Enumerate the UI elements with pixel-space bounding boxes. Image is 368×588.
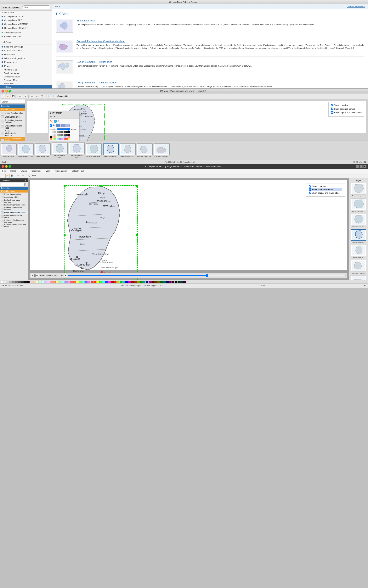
- colorbar-swatch[interactable]: [114, 281, 117, 283]
- pro-lib-england-regions-cities[interactable]: England regions and cities: [0, 203, 28, 207]
- map-title-cornwall[interactable]: Cornwall Parliamentary Constituencies Ma…: [76, 40, 364, 43]
- map-title-de-uk[interactable]: Design Elements — United Kingdom: [76, 81, 364, 84]
- page-prev-btn[interactable]: ◀: [31, 274, 35, 277]
- sidebar-item-food[interactable]: Food and Beverage: [0, 45, 52, 49]
- libraries-expand[interactable]: ≡: [25, 179, 26, 181]
- color-swatch[interactable]: [54, 136, 56, 138]
- tb-save[interactable]: 💾: [11, 94, 15, 99]
- colorbar-swatch[interactable]: [146, 281, 148, 283]
- sidebar-sub-germany[interactable]: Germany Map: [0, 78, 52, 82]
- colorbar-swatch[interactable]: [33, 281, 35, 283]
- page-cornwall[interactable]: Cornwall constis...: [350, 276, 367, 280]
- page-next-btn[interactable]: ▶: [35, 274, 39, 277]
- pro-lib-england-regions-counties[interactable]: England regions and counties: [0, 199, 28, 203]
- colorbar-swatch[interactable]: [99, 281, 102, 283]
- min-button-pro[interactable]: [5, 165, 8, 168]
- page-add-btn[interactable]: +: [64, 274, 67, 277]
- colorbar-swatch[interactable]: [108, 281, 111, 283]
- color-swatch[interactable]: [64, 138, 66, 140]
- page-wales-subdiv[interactable]: Wales subdive...: [350, 245, 367, 259]
- map-title-de-british[interactable]: Design Elements — British Isles: [76, 60, 364, 63]
- page-ni[interactable]: Northern Ireland...: [350, 260, 367, 274]
- colorbar-swatch[interactable]: [85, 281, 88, 283]
- color-swatch[interactable]: [50, 138, 52, 140]
- color-swatch[interactable]: [59, 138, 61, 140]
- color-swatch[interactable]: [54, 138, 56, 140]
- color-swatch[interactable]: [66, 136, 68, 138]
- pro-max-icon[interactable]: [359, 165, 363, 168]
- sidebar-item-management[interactable]: Management: [0, 60, 52, 64]
- sidebar-item-infographics[interactable]: What are Infographics: [0, 56, 52, 60]
- tb-zoom-out[interactable]: 🔍: [52, 94, 56, 99]
- color-swatch[interactable]: [64, 136, 66, 138]
- sidebar-sub-uk[interactable]: UK Map: [0, 85, 52, 89]
- colorbar-swatch[interactable]: [183, 281, 186, 283]
- popup-information[interactable]: ▶ Information: [48, 111, 79, 115]
- gray-swatch[interactable]: [59, 131, 61, 133]
- fill-text-icon[interactable]: A: [58, 120, 59, 123]
- colorbar-swatch[interactable]: [47, 281, 50, 283]
- colorbar-swatch[interactable]: [120, 281, 122, 283]
- pro-lib-wales-sub[interactable]: Wales subdivisions and towns: [0, 214, 28, 219]
- colorbar-swatch[interactable]: [111, 281, 114, 283]
- colorbar-swatch[interactable]: [50, 281, 53, 283]
- colorbar-swatch[interactable]: [59, 281, 61, 283]
- pro-search-input[interactable]: [1, 183, 24, 186]
- editor-canvas[interactable]: Rhyl Holyhead Bangor Wrexham Aberystwyth…: [25, 99, 368, 141]
- film-item-ni[interactable]: Northern Ireland cou...: [137, 144, 153, 157]
- check-updates-button[interactable]: Check for Updates: [1, 6, 21, 9]
- pro-tb-save[interactable]: 💾: [10, 174, 14, 178]
- map-thumb-de-uk[interactable]: [56, 81, 74, 89]
- colorbar-swatch[interactable]: [143, 281, 146, 283]
- color-swatch[interactable]: [59, 136, 61, 138]
- colorbar-swatch[interactable]: [56, 281, 58, 283]
- colorbar-swatch[interactable]: [131, 281, 134, 283]
- maximize-button[interactable]: [9, 90, 11, 92]
- colorbar-swatch[interactable]: [82, 281, 85, 283]
- show-counties-checkbox[interactable]: [331, 104, 333, 106]
- colorbar-swatch[interactable]: [91, 281, 93, 283]
- colorbar-swatch[interactable]: [160, 281, 163, 283]
- pro-lib-wales-counties[interactable]: Wales counties and towns: [0, 211, 28, 214]
- fill-color-swatch3[interactable]: [65, 124, 70, 127]
- menu-view[interactable]: View: [45, 169, 51, 172]
- colorbar-swatch[interactable]: [157, 281, 160, 283]
- color-swatch[interactable]: [59, 134, 61, 136]
- colorbar-swatch[interactable]: [125, 281, 128, 283]
- colorbar-swatch[interactable]: [38, 281, 41, 283]
- pro-lib-uk-cities[interactable]: United Kingdom cities: [0, 192, 28, 196]
- pro-close-icon[interactable]: ✕: [363, 165, 367, 168]
- film-item-channel[interactable]: Channel Islands: [1, 144, 17, 157]
- color-swatch[interactable]: [66, 134, 68, 136]
- pro-canvas[interactable]: Rhyl Holyhead Bangor Wrexham Aberystwyth…: [28, 178, 349, 280]
- menu-file[interactable]: File: [1, 169, 7, 172]
- gray-swatch[interactable]: [52, 131, 54, 133]
- colorbar-swatch[interactable]: [122, 281, 125, 283]
- sidebar-item-graphs[interactable]: Graphs and Charts: [0, 49, 52, 53]
- tb-paste[interactable]: 📋: [40, 94, 44, 99]
- sidebar-search-input[interactable]: [22, 5, 50, 9]
- colorbar-swatch[interactable]: [137, 281, 140, 283]
- gray-swatch[interactable]: [66, 131, 68, 133]
- color-swatch[interactable]: [64, 134, 66, 136]
- colorbar-swatch[interactable]: [180, 281, 183, 283]
- film-item-wales-counties[interactable]: Wales counties and...: [103, 144, 119, 157]
- show-capital-checkbox[interactable]: [331, 111, 333, 114]
- film-item-uk-cities[interactable]: United Kingdom cities: [18, 144, 34, 157]
- lib-item-uk-cities[interactable]: United Kingdom cities: [0, 111, 25, 115]
- colorbar-swatch[interactable]: [134, 281, 137, 283]
- colorbar-swatch[interactable]: [12, 281, 15, 283]
- pro-tb-undo[interactable]: ↩: [16, 174, 20, 178]
- colorbar-swatch[interactable]: [76, 281, 79, 283]
- fill-pencil-icon[interactable]: ✏️: [50, 120, 53, 123]
- colorbar-swatch[interactable]: [9, 281, 12, 283]
- show-counties-names-checkbox[interactable]: [331, 108, 333, 110]
- colorbar-swatch[interactable]: [27, 281, 29, 283]
- colorbar-swatch[interactable]: [70, 281, 73, 283]
- sidebar-item-helpdesk[interactable]: HelpDesk: [0, 40, 52, 44]
- tb-undo[interactable]: ↩: [18, 94, 22, 99]
- color-swatch[interactable]: [50, 136, 52, 138]
- colorbar-swatch[interactable]: [41, 281, 44, 283]
- colorbar-swatch[interactable]: [36, 281, 38, 283]
- close-button[interactable]: [1, 90, 4, 92]
